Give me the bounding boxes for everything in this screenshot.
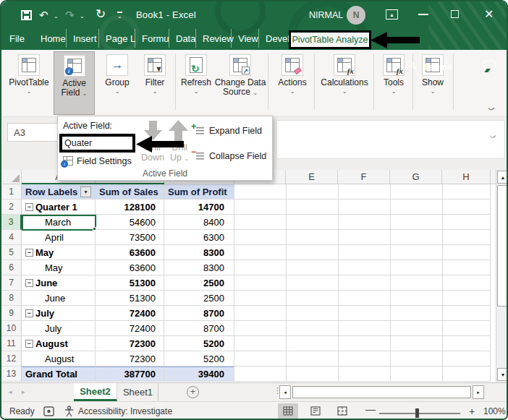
prev-sheet-icon[interactable]: ◂ [9,388,12,395]
cell-sales[interactable]: 72400 [96,321,164,336]
field-settings-button[interactable]: Field Settings [77,156,132,166]
collapse-item-icon[interactable]: − [25,340,33,348]
name-box[interactable]: A3 [7,123,65,142]
sheet-tab-sheet2[interactable]: Sheet2 [74,383,117,401]
page-break-view-icon[interactable] [332,403,352,419]
empty-cells[interactable] [234,260,491,275]
pivottable-button[interactable]: PivotTable ⌄ [7,51,51,115]
cell-profit[interactable]: 2500 [164,291,234,306]
refresh-button[interactable]: ↻ Refresh ⌄ [179,51,213,115]
cell-grand-total[interactable]: Grand Total [22,367,96,382]
collapse-item-icon[interactable]: − [25,249,33,257]
cell-profit[interactable]: 2500 [164,275,234,291]
cell-row-labels[interactable]: Row Labels ▼ [22,184,96,200]
row-header[interactable]: 4 [1,230,22,245]
collapse-item-icon[interactable]: − [25,309,33,317]
accessibility-status[interactable]: Accessibility: Investigate [78,406,172,416]
cell-profit[interactable]: 8300 [164,245,234,260]
new-sheet-icon[interactable]: + [187,386,199,398]
ribbon-display-options-icon[interactable]: ▲ [386,9,398,20]
row-header-selected[interactable]: 3 [1,215,22,230]
undo-icon[interactable]: ↶ [39,9,48,20]
cell-sum-of-sales[interactable]: Sum of Sales [96,184,164,200]
active-field-input[interactable]: Quater [59,134,135,153]
cell-sales[interactable]: 63600 [96,245,164,260]
cell-profit[interactable]: 8300 [164,260,234,275]
zoom-slider-thumb[interactable] [415,408,419,418]
tools-button[interactable]: fx Tools ⌄ [377,51,410,115]
cell-sales[interactable]: 128100 [96,200,164,215]
scroll-left-icon[interactable]: ◂ [279,385,291,399]
sheet-tab-sheet1[interactable]: Sheet1 [118,383,158,401]
cell-profit[interactable]: 5200 [164,336,234,351]
account-name[interactable]: NIRMAL [309,10,343,20]
tab-pivottable-analyze[interactable]: PivotTable Analyze [289,30,371,49]
search-icon[interactable] [407,61,413,67]
cell-sales[interactable]: 72400 [96,306,164,321]
cell-sum-of-profit[interactable]: Sum of Profit [164,184,234,200]
save-icon[interactable] [21,10,32,20]
cell-label[interactable]: June [22,291,96,306]
tell-me-label[interactable]: Tell me [423,61,452,72]
tab-insert[interactable]: Insert [66,29,103,48]
zoom-out-icon[interactable]: — [365,403,376,415]
cell-group-label[interactable]: −June [22,275,96,291]
cell-sales[interactable]: 51300 [96,275,164,291]
formula-bar[interactable]: ᨆ [276,120,505,159]
expand-field-button[interactable]: Expand Field [209,126,262,136]
scroll-up-icon[interactable]: ▲ [497,171,508,184]
empty-cells[interactable] [234,367,491,382]
col-header-e[interactable]: E [286,170,338,184]
scroll-right-icon[interactable]: ▸ [473,385,484,399]
empty-cells[interactable] [234,184,491,200]
cell-profit[interactable]: 8400 [164,215,234,230]
cell-sales-total[interactable]: 387700 [96,367,164,382]
fill-handle[interactable] [93,227,96,231]
vertical-scroll-thumb[interactable] [497,185,508,307]
cell-label[interactable]: August [22,351,96,367]
accessibility-icon[interactable] [64,406,75,417]
actions-button[interactable]: Actions ⌄ [274,51,311,115]
row-header[interactable]: 6 [1,260,22,275]
zoom-in-icon[interactable]: + [469,406,475,417]
normal-view-icon[interactable] [278,403,298,419]
formula-bar-collapse-icon[interactable]: ᨆ [489,132,497,140]
collapse-field-button[interactable]: Collapse Field [209,151,266,161]
close-icon[interactable]: ✕ [484,9,494,20]
active-field-button[interactable]: i Active Field ⌄ [54,51,95,115]
select-all-corner[interactable] [1,170,22,184]
row-header[interactable]: 12 [1,351,22,367]
row-header[interactable]: 5 [1,245,22,260]
minimize-icon[interactable] [418,14,428,15]
cell-profit[interactable]: 8700 [164,306,234,321]
cell-profit-total[interactable]: 39400 [164,367,234,382]
change-data-source-button[interactable]: ↗ Change Data Source ⌄ [214,51,266,115]
cell-profit[interactable]: 14700 [164,200,234,215]
row-header[interactable]: 8 [1,291,22,306]
cell-sales[interactable]: 54600 [96,215,164,230]
row-header[interactable]: 2 [1,200,22,215]
cell-sales[interactable]: 72300 [96,351,164,367]
zoom-slider-track[interactable] [379,413,460,414]
macro-record-icon[interactable] [43,406,54,416]
filter-button[interactable]: ▼ Filter ⌄ [137,51,172,115]
avatar[interactable]: N [347,6,365,25]
row-header[interactable]: 9 [1,306,22,321]
cell-sales[interactable]: 63600 [96,260,164,275]
maximize-icon[interactable] [451,10,459,18]
empty-cells[interactable] [234,321,491,336]
empty-cells[interactable] [234,306,491,321]
empty-cells[interactable] [234,275,491,291]
cell-profit[interactable]: 8700 [164,321,234,336]
col-header-h[interactable]: H [442,170,491,184]
cell-profit[interactable]: 5200 [164,351,234,367]
col-header-g[interactable]: G [390,170,442,184]
calculations-button[interactable]: fx Calculations ⌄ [318,51,371,115]
collapse-item-icon[interactable]: − [25,279,33,287]
collapse-item-icon[interactable]: − [25,203,33,211]
next-sheet-icon[interactable]: ▸ [22,388,25,395]
filter-dropdown-icon[interactable]: ▼ [80,187,91,197]
undo-dropdown-icon[interactable]: ⌄ [54,14,59,20]
row-header[interactable]: 7 [1,275,22,291]
page-layout-view-icon[interactable] [305,403,326,419]
